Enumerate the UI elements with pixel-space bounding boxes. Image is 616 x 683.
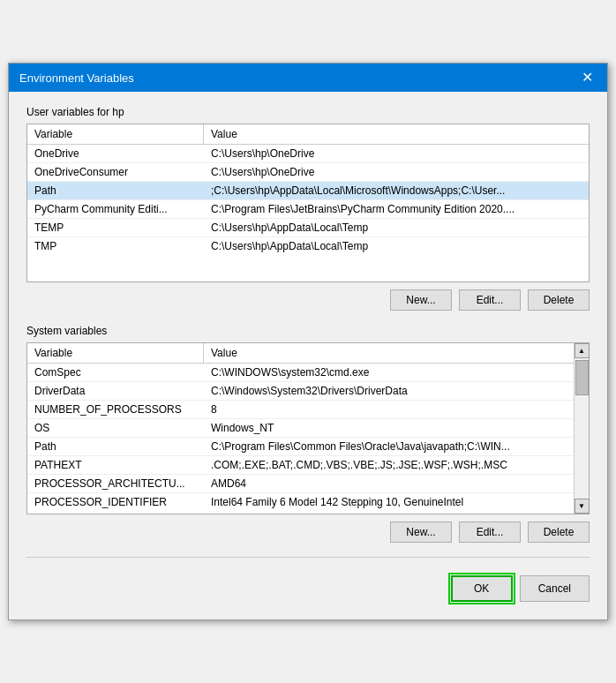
table-row[interactable]: OneDrive C:\Users\hp\OneDrive	[27, 145, 589, 163]
var-name: OneDrive	[27, 145, 204, 162]
user-variables-section: User variables for hp Variable Value One…	[26, 106, 590, 311]
var-value: AMD64	[204, 475, 574, 492]
close-button[interactable]: ✕	[578, 71, 597, 85]
bottom-divider	[26, 557, 590, 558]
system-variables-table-container: Variable Value ComSpec C:\WINDOWS\system…	[26, 342, 590, 514]
var-name: ComSpec	[27, 364, 204, 381]
user-variables-table[interactable]: Variable Value OneDrive C:\Users\hp\OneD…	[27, 124, 589, 281]
system-section-label: System variables	[26, 325, 590, 337]
table-row[interactable]: PyCharm Community Editi... C:\Program Fi…	[27, 200, 589, 219]
var-value: C:\Program Files\Common Files\Oracle\Jav…	[204, 438, 574, 455]
var-name: Path	[27, 182, 204, 199]
user-edit-button[interactable]: Edit...	[459, 289, 521, 311]
var-name: NUMBER_OF_PROCESSORS	[27, 401, 204, 418]
scrollbar-track[interactable]: ▲ ▼	[574, 343, 589, 514]
var-value: C:\WINDOWS\system32\cmd.exe	[204, 364, 574, 381]
user-section-label: User variables for hp	[26, 106, 590, 118]
bottom-buttons-row: OK Cancel	[26, 568, 590, 605]
user-buttons-row: New... Edit... Delete	[26, 289, 590, 311]
table-row-selected[interactable]: Path ;C:\Users\hp\AppData\Local\Microsof…	[27, 182, 589, 200]
scrollbar-up-button[interactable]: ▲	[575, 343, 590, 358]
var-name: OS	[27, 419, 204, 437]
var-value: C:\Users\hp\OneDrive	[204, 145, 589, 162]
var-name: TEMP	[27, 219, 204, 236]
var-name: PATHEXT	[27, 456, 204, 474]
system-table-header: Variable Value	[27, 343, 574, 364]
var-name: PROCESSOR_ARCHITECTU...	[27, 475, 204, 492]
table-row[interactable]: OneDriveConsumer C:\Users\hp\OneDrive	[27, 163, 589, 182]
scrollbar-down-button[interactable]: ▼	[575, 499, 590, 514]
var-value: ;C:\Users\hp\AppData\Local\Microsoft\Win…	[204, 182, 589, 199]
environment-variables-dialog: Environment Variables ✕ User variables f…	[8, 63, 608, 620]
var-name: OneDriveConsumer	[27, 163, 204, 181]
var-value: C:\Users\hp\OneDrive	[204, 163, 589, 181]
user-header-variable: Variable	[27, 124, 204, 144]
table-row[interactable]: NUMBER_OF_PROCESSORS 8	[27, 401, 574, 419]
scrollbar-thumb[interactable]	[575, 360, 589, 395]
table-row[interactable]: PROCESSOR_IDENTIFIER Intel64 Family 6 Mo…	[27, 493, 574, 511]
table-row[interactable]: TMP C:\Users\hp\AppData\Local\Temp	[27, 237, 589, 255]
var-value: Windows_NT	[204, 419, 574, 437]
system-delete-button[interactable]: Delete	[528, 522, 590, 543]
var-value: Intel64 Family 6 Model 142 Stepping 10, …	[204, 493, 574, 511]
var-value: 8	[204, 401, 574, 418]
var-value: C:\Users\hp\AppData\Local\Temp	[204, 219, 589, 236]
var-value: C:\Program Files\JetBrains\PyCharm Commu…	[204, 200, 589, 218]
table-row[interactable]: ComSpec C:\WINDOWS\system32\cmd.exe	[27, 364, 574, 382]
table-row[interactable]: DriverData C:\Windows\System32\Drivers\D…	[27, 382, 574, 401]
var-value: C:\Windows\System32\Drivers\DriverData	[204, 382, 574, 400]
var-value: .COM;.EXE;.BAT;.CMD;.VBS;.VBE;.JS;.JSE;.…	[204, 456, 574, 474]
dialog-title: Environment Variables	[19, 71, 134, 85]
table-row[interactable]: PATHEXT .COM;.EXE;.BAT;.CMD;.VBS;.VBE;.J…	[27, 456, 574, 475]
table-row[interactable]: OS Windows_NT	[27, 419, 574, 438]
ok-button[interactable]: OK	[451, 575, 513, 602]
var-name: PyCharm Community Editi...	[27, 200, 204, 218]
dialog-body: User variables for hp Variable Value One…	[9, 92, 607, 619]
system-buttons-row: New... Edit... Delete	[26, 522, 590, 543]
system-variables-table[interactable]: Variable Value ComSpec C:\WINDOWS\system…	[27, 343, 574, 514]
system-edit-button[interactable]: Edit...	[459, 522, 521, 543]
sys-header-value: Value	[204, 343, 574, 363]
user-header-value: Value	[204, 124, 589, 144]
table-row[interactable]: PROCESSOR_ARCHITECTU... AMD64	[27, 475, 574, 493]
system-new-button[interactable]: New...	[390, 522, 452, 543]
user-delete-button[interactable]: Delete	[528, 289, 590, 311]
table-row[interactable]: TEMP C:\Users\hp\AppData\Local\Temp	[27, 219, 589, 237]
user-variables-table-container: Variable Value OneDrive C:\Users\hp\OneD…	[26, 124, 590, 282]
title-bar: Environment Variables ✕	[9, 64, 607, 92]
user-new-button[interactable]: New...	[390, 289, 452, 311]
var-name: DriverData	[27, 382, 204, 400]
system-variables-section: System variables Variable Value ComSpec …	[26, 325, 590, 543]
var-name: PROCESSOR_IDENTIFIER	[27, 493, 204, 511]
var-name: TMP	[27, 237, 204, 255]
var-value: C:\Users\hp\AppData\Local\Temp	[204, 237, 589, 255]
user-table-header: Variable Value	[27, 124, 589, 145]
table-row[interactable]: Path C:\Program Files\Common Files\Oracl…	[27, 438, 574, 456]
cancel-button[interactable]: Cancel	[520, 575, 590, 602]
sys-header-variable: Variable	[27, 343, 204, 363]
var-name: Path	[27, 438, 204, 455]
